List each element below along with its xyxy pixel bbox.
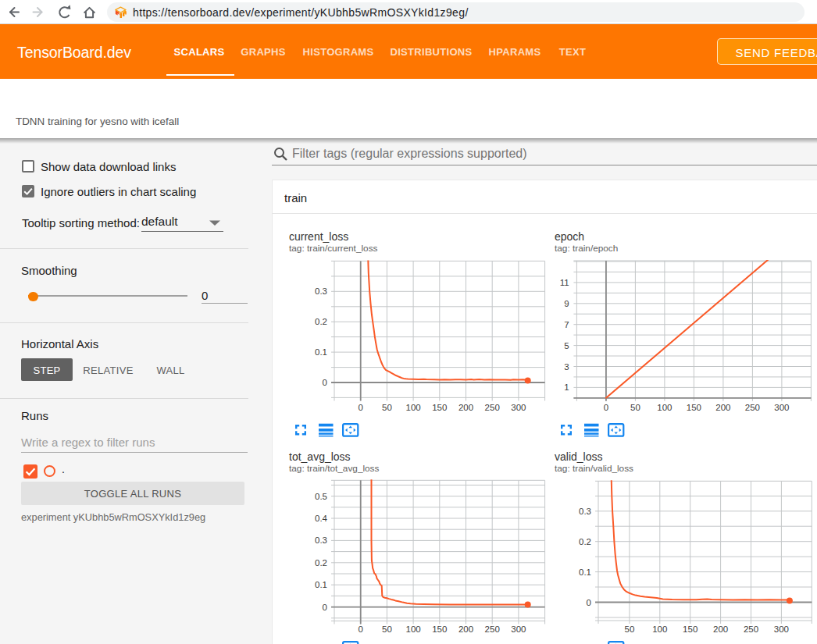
svg-text:0.3: 0.3 — [579, 507, 591, 516]
svg-text:300: 300 — [774, 624, 789, 634]
svg-text:50: 50 — [625, 624, 635, 634]
svg-text:3: 3 — [564, 362, 569, 372]
svg-text:200: 200 — [713, 624, 728, 634]
svg-text:9: 9 — [564, 299, 569, 308]
svg-text:0.1: 0.1 — [315, 347, 327, 357]
svg-text:200: 200 — [458, 403, 473, 412]
svg-text:0.5: 0.5 — [315, 492, 327, 501]
svg-text:150: 150 — [687, 403, 701, 412]
svg-text:300: 300 — [511, 403, 526, 412]
svg-text:150: 150 — [683, 624, 697, 634]
svg-text:0.2: 0.2 — [315, 558, 327, 568]
svg-text:200: 200 — [715, 403, 730, 412]
svg-text:0.4: 0.4 — [315, 514, 328, 523]
svg-text:250: 250 — [485, 624, 500, 634]
svg-text:50: 50 — [630, 403, 640, 412]
svg-text:0: 0 — [587, 598, 591, 607]
svg-text:300: 300 — [774, 403, 789, 412]
svg-text:0.1: 0.1 — [579, 568, 591, 577]
svg-text:0.3: 0.3 — [315, 286, 327, 296]
svg-text:250: 250 — [744, 624, 758, 634]
svg-text:0.3: 0.3 — [315, 535, 327, 545]
svg-text:100: 100 — [652, 624, 667, 634]
svg-text:1: 1 — [564, 382, 569, 392]
svg-text:150: 150 — [432, 624, 447, 634]
svg-text:200: 200 — [458, 624, 473, 634]
svg-text:300: 300 — [511, 624, 526, 634]
svg-text:0: 0 — [323, 603, 327, 612]
svg-text:100: 100 — [406, 624, 421, 634]
svg-text:150: 150 — [432, 403, 447, 412]
svg-text:7: 7 — [564, 320, 569, 329]
svg-text:0.2: 0.2 — [315, 317, 327, 326]
svg-text:5: 5 — [564, 341, 569, 350]
svg-text:50: 50 — [382, 403, 392, 412]
svg-text:250: 250 — [745, 403, 760, 412]
svg-text:0.1: 0.1 — [315, 580, 327, 589]
svg-text:0.2: 0.2 — [579, 537, 591, 546]
svg-text:50: 50 — [382, 624, 392, 634]
svg-text:0: 0 — [358, 403, 362, 412]
svg-text:100: 100 — [657, 403, 672, 412]
svg-text:0: 0 — [604, 403, 608, 412]
svg-text:0: 0 — [358, 624, 362, 634]
svg-text:100: 100 — [406, 403, 421, 412]
svg-text:250: 250 — [485, 403, 500, 412]
svg-text:0: 0 — [323, 378, 327, 387]
svg-text:11: 11 — [560, 278, 569, 287]
